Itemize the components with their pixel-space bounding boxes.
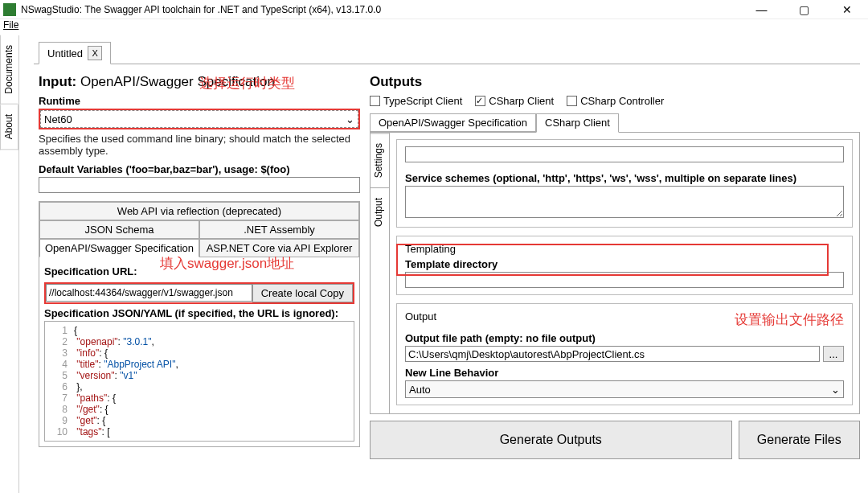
check-ts-client[interactable]: TypeScript Client [370,95,462,107]
doc-tab-label: Untitled [47,47,83,60]
runtime-highlight: Net60 ⌄ [39,109,360,129]
output-panel: Outputs TypeScript Client CSharp Client … [370,74,860,480]
tab-net-assembly[interactable]: .NET Assembly [199,220,359,239]
runtime-label: Runtime [39,95,360,107]
default-vars-label: Default Variables ('foo=bar,baz=bar'), u… [39,163,360,175]
unnamed-input-top[interactable] [405,146,844,162]
maximize-button[interactable]: ▢ [786,0,822,19]
generate-outputs-button[interactable]: Generate Outputs [370,421,732,459]
chevron-down-icon: ⌄ [346,113,354,125]
close-button[interactable]: ✕ [829,0,865,19]
minimize-button[interactable]: — [743,0,780,19]
output-file-path-label: Output file path (empty: no file output) [405,332,844,344]
spec-json-label: Specification JSON/YAML (if specified, t… [44,307,354,319]
browse-button[interactable]: ... [823,346,844,362]
side-tabs: Documents About [0,35,19,493]
tab-webapi-reflection[interactable]: Web API via reflection (deprecated) [39,202,359,220]
vtab-output[interactable]: Output [371,187,389,236]
sidetab-documents[interactable]: Documents [0,35,18,105]
default-vars-input[interactable] [39,177,360,193]
spec-url-input[interactable] [46,284,252,302]
annotation-runtime: 选择运行时类型 [199,74,295,92]
output-file-path-input[interactable] [405,346,820,362]
chevron-down-icon: ⌄ [831,384,840,396]
newline-label: New Line Behavior [405,367,844,379]
runtime-value: Net60 [44,113,72,125]
annotation-output-path: 设置输出文件路径 [735,310,844,329]
vtab-settings[interactable]: Settings [371,133,389,187]
out-tab-csharp-client[interactable]: CSharp Client [536,113,619,133]
check-cs-client[interactable]: CSharp Client [475,95,554,107]
generate-files-button[interactable]: Generate Files [739,421,861,459]
spec-json-editor[interactable]: 1{2 "openapi": "3.0.1",3 "info": {4 "tit… [44,321,354,442]
menu-bar: File [0,19,868,35]
output-header: Output [405,310,436,329]
check-cs-controller[interactable]: CSharp Controller [567,95,664,107]
input-panel: Input: OpenAPI/Swagger Specification 选择运… [39,74,360,480]
workspace: Documents About Untitled X Input: OpenAP… [0,35,868,493]
window-title: NSwagStudio: The Swagger API toolchain f… [21,4,743,15]
tab-json-schema[interactable]: JSON Schema [39,220,199,239]
input-source-tabs: Web API via reflection (deprecated) JSON… [39,201,360,447]
app-icon [3,3,16,16]
out-tab-openapi[interactable]: OpenAPI/Swagger Specification [370,113,536,132]
runtime-help: Specifies the used command line binary; … [39,133,360,157]
doc-tab-close-button[interactable]: X [88,46,102,60]
service-schemes-label: Service schemes (optional, 'http', 'http… [405,172,844,184]
outputs-title: Outputs [370,74,422,89]
document-tab-untitled[interactable]: Untitled X [39,42,111,64]
document-tabs: Untitled X [34,42,860,64]
sidetab-about[interactable]: About [0,105,18,150]
menu-file[interactable]: File [3,19,18,31]
create-local-copy-button[interactable]: Create local Copy [252,284,353,302]
content: Untitled X Input: OpenAPI/Swagger Specif… [19,35,868,493]
spec-content: Specification URL: 填入swagger.json地址 Crea… [39,257,359,446]
annotation-swagger-url: 填入swagger.json地址 [160,254,294,273]
spec-url-label: Specification URL: [44,265,137,277]
newline-select[interactable]: Auto⌄ [405,380,844,398]
service-schemes-input[interactable] [405,186,844,218]
title-bar: NSwagStudio: The Swagger API toolchain f… [0,0,868,19]
runtime-select[interactable]: Net60 ⌄ [40,110,358,128]
